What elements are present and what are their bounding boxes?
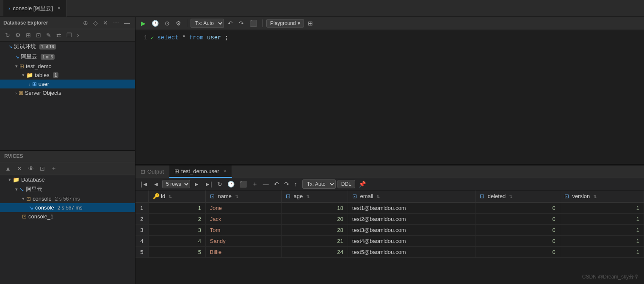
col-id-header[interactable]: 🔑 id ⇅ [148, 190, 205, 202]
run-button[interactable]: ▶ [139, 19, 148, 28]
cell-id[interactable]: 5 [148, 247, 205, 258]
last-page-btn[interactable]: ►| [203, 180, 214, 188]
sort-name-icon[interactable]: ⇅ [235, 194, 238, 199]
table-row[interactable]: 5 5 Billie 24 test5@baomidou.com 0 1 [135, 247, 644, 258]
col-email-header[interactable]: ⊡ email ⇅ [348, 190, 475, 202]
services-item-aliyun[interactable]: ▾ ↘ 阿里云 [0, 184, 135, 194]
close-icon2[interactable]: ✕ [15, 164, 24, 173]
panel-icon[interactable]: ⊞ [24, 31, 33, 39]
settings-icon[interactable]: ⚙ [14, 31, 22, 39]
cell-id[interactable]: 1 [148, 202, 205, 214]
sort-version-icon[interactable]: ⇅ [593, 194, 597, 199]
grid-view-btn[interactable]: ⊞ [306, 19, 315, 28]
plus-icon[interactable]: ＋ [49, 164, 58, 173]
stop-results-btn[interactable]: ⬛ [238, 180, 249, 188]
cell-age[interactable]: 18 [281, 202, 348, 214]
next-page-btn[interactable]: ► [192, 180, 201, 188]
sort-id-icon[interactable]: ⇅ [169, 194, 172, 199]
minimize-icon[interactable]: — [122, 19, 132, 27]
cell-deleted[interactable]: 0 [475, 214, 560, 225]
services-item-console1[interactable]: ⊡ console_1 [0, 212, 135, 221]
table-row[interactable]: 3 3 Tom 28 test3@baomidou.com 0 1 [135, 225, 644, 236]
cell-name[interactable]: Billie [205, 247, 281, 258]
add-row-btn[interactable]: ＋ [250, 179, 260, 189]
cell-name[interactable]: Tom [205, 225, 281, 236]
services-item-database[interactable]: ▾ 📁 Database [0, 175, 135, 184]
sidebar-item-server-objects[interactable]: › ⊠ Server Objects [0, 88, 135, 97]
cell-version[interactable]: 1 [560, 247, 644, 258]
edit-icon[interactable]: ✎ [44, 31, 53, 39]
cell-id[interactable]: 4 [148, 236, 205, 247]
add-icon[interactable]: ⊕ [81, 19, 90, 27]
cell-email[interactable]: test2@baomidou.com [348, 214, 475, 225]
playground-button[interactable]: Playground ▾ [266, 19, 304, 28]
cell-version[interactable]: 1 [560, 202, 644, 214]
cell-deleted[interactable]: 0 [475, 202, 560, 214]
sidebar-item-aliyun[interactable]: ↘ 阿里云 1 of 6 [0, 52, 135, 62]
export-btn[interactable]: ↑ [293, 180, 299, 188]
remove-row-btn[interactable]: — [261, 180, 271, 188]
sidebar-item-user[interactable]: › ⊞ user [0, 80, 135, 88]
arrows-icon[interactable]: ⇄ [55, 31, 63, 39]
services-item-console-child[interactable]: ↘ console 2 s 567 ms [0, 203, 135, 212]
undo-btn[interactable]: ↶ [226, 19, 235, 28]
prev-page-btn[interactable]: ◄ [152, 180, 161, 188]
first-page-btn[interactable]: |◄ [139, 180, 150, 188]
sync-icon[interactable]: ↻ [3, 31, 12, 39]
tx-auto-select[interactable]: Tx: Auto [191, 19, 224, 28]
cell-email[interactable]: test4@baomidou.com [348, 236, 475, 247]
refresh-icon[interactable]: ◇ [91, 19, 100, 27]
cell-deleted[interactable]: 0 [475, 236, 560, 247]
sidebar-item-test-env[interactable]: ↘ 测试环境 1 of 16 [0, 41, 135, 52]
history-button[interactable]: 🕐 [149, 19, 161, 28]
cell-version[interactable]: 1 [560, 236, 644, 247]
play-circle-button[interactable]: ⊙ [163, 19, 172, 28]
redo-btn[interactable]: ↷ [237, 19, 246, 28]
cell-age[interactable]: 28 [281, 225, 348, 236]
table-tab[interactable]: ⊞ test_demo.user ✕ [169, 165, 232, 178]
col-name-header[interactable]: ⊡ name ⇅ [205, 190, 281, 202]
col-age-header[interactable]: ⊡ age ⇅ [281, 190, 348, 202]
sidebar-item-test-demo[interactable]: ▾ ⊞ test_demo [0, 62, 135, 71]
panel-add-icon[interactable]: ⊡ [38, 164, 47, 173]
rows-select[interactable]: 5 rows [162, 180, 190, 188]
col-version-header[interactable]: ⊡ version ⇅ [560, 190, 644, 202]
sort-email-icon[interactable]: ⇅ [376, 194, 380, 199]
grid-icon[interactable]: ⊡ [34, 31, 43, 39]
settings-button[interactable]: ⚙ [174, 19, 183, 28]
undo-results-btn[interactable]: ↶ [272, 180, 281, 188]
close-tab-icon[interactable]: ✕ [57, 6, 61, 11]
table-row[interactable]: 1 1 Jone 18 test1@baomidou.com 0 1 [135, 202, 644, 214]
cell-age[interactable]: 20 [281, 214, 348, 225]
console-tab[interactable]: › console [阿里云] ✕ [3, 0, 66, 17]
stop-btn[interactable]: ⬛ [248, 19, 259, 28]
table-row[interactable]: 4 4 Sandy 21 test4@baomidou.com 0 1 [135, 236, 644, 247]
sidebar-item-tables[interactable]: ▾ 📁 tables 1 [0, 71, 135, 80]
clock-btn[interactable]: 🕐 [226, 180, 236, 188]
more-icon[interactable]: ⋯ [111, 19, 121, 27]
forward-icon[interactable]: › [75, 31, 81, 39]
cell-name[interactable]: Sandy [205, 236, 281, 247]
cell-deleted[interactable]: 0 [475, 247, 560, 258]
cell-age[interactable]: 24 [281, 247, 348, 258]
results-tx-select[interactable]: Tx: Auto [302, 179, 336, 189]
cell-id[interactable]: 2 [148, 214, 205, 225]
up-icon[interactable]: ▲ [3, 164, 13, 173]
cell-email[interactable]: test3@baomidou.com [348, 225, 475, 236]
cell-age[interactable]: 21 [281, 236, 348, 247]
cell-version[interactable]: 1 [560, 225, 644, 236]
output-tab[interactable]: ⊡ Output [135, 166, 169, 177]
close-icon[interactable]: ✕ [101, 19, 110, 27]
copy-icon[interactable]: ❐ [65, 31, 74, 39]
cell-version[interactable]: 1 [560, 214, 644, 225]
refresh-results-btn[interactable]: ↻ [216, 180, 224, 188]
col-deleted-header[interactable]: ⊡ deleted ⇅ [475, 190, 560, 202]
cell-name[interactable]: Jone [205, 202, 281, 214]
close-table-tab-icon[interactable]: ✕ [223, 169, 227, 174]
sort-deleted-icon[interactable]: ⇅ [509, 194, 512, 199]
cell-deleted[interactable]: 0 [475, 225, 560, 236]
eye-icon[interactable]: 👁 [26, 164, 36, 173]
data-table-wrapper[interactable]: 🔑 id ⇅ ⊡ name ⇅ ⊡ age [135, 190, 644, 284]
table-row[interactable]: 2 2 Jack 20 test2@baomidou.com 0 1 [135, 214, 644, 225]
cell-email[interactable]: test5@baomidou.com [348, 247, 475, 258]
